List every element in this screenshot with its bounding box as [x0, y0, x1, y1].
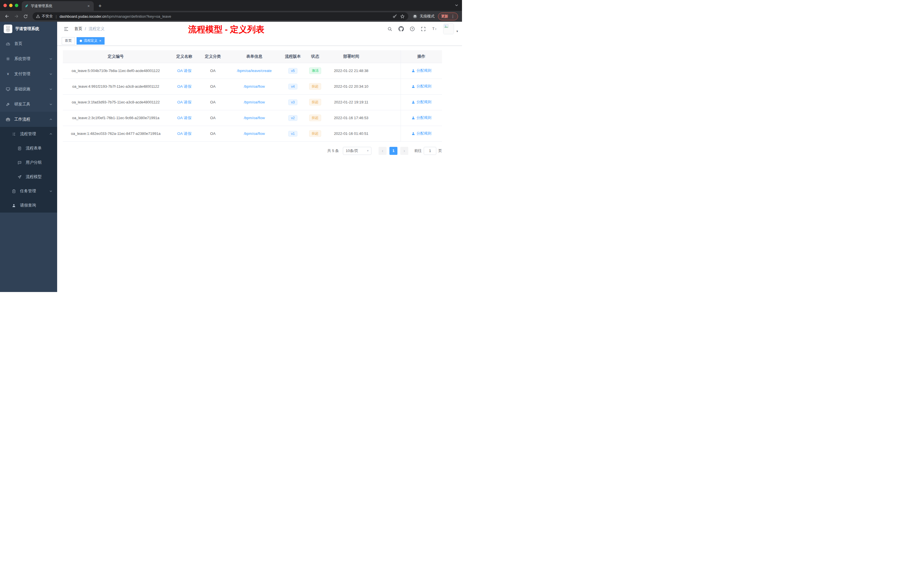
yen-icon: ¥ [6, 72, 10, 76]
address-bar[interactable]: 不安全 | dashboard.yudao.iocoder.cn/bpm/man… [33, 12, 408, 20]
definition-table: 定义编号 定义名称 定义分类 表单信息 流程版本 状态 部署时间 操作 [63, 50, 442, 142]
annotation-text: 流程模型 - 定义列表 [188, 24, 264, 35]
browser-tab[interactable]: 芋道管理系统 × [22, 1, 94, 11]
assign-rule-link[interactable]: 分配规则 [411, 131, 431, 136]
url-text[interactable]: dashboard.yudao.iocoder.cn/bpm/manager/d… [59, 14, 391, 18]
bookmark-star-icon[interactable] [400, 14, 405, 19]
avatar-caret-icon[interactable]: ▾ [456, 30, 458, 33]
definition-name-link[interactable]: OA 请假 [177, 116, 191, 120]
definition-name-link[interactable]: OA 请假 [177, 132, 191, 136]
sidebar-item-process-model[interactable]: 流程模型 [0, 170, 57, 184]
breadcrumb-home-link[interactable]: 首页 [74, 26, 82, 31]
table-row: oa_leave:5:004b710b-7b8a-11ec-8ef0-acde4… [63, 63, 442, 79]
assign-rule-link[interactable]: 分配规则 [411, 68, 431, 73]
tag-home[interactable]: 首页 [62, 37, 75, 45]
sidebar-item-label: 请假查询 [20, 203, 36, 208]
sidebar-item-devtools[interactable]: 研发工具 [0, 97, 57, 112]
definition-name-link[interactable]: OA 请假 [177, 84, 191, 89]
help-icon[interactable]: ? [408, 24, 417, 34]
column-header-form: 表单信息 [226, 50, 283, 63]
sidebar-item-workflow[interactable]: 工作流程 [0, 112, 57, 127]
column-header-status: 状态 [303, 50, 327, 63]
status-badge: 挂起 [309, 130, 321, 137]
sidebar-item-infrastructure[interactable]: 基础设施 [0, 81, 57, 97]
goto-page-input[interactable] [424, 147, 436, 155]
security-label: 不安全 [42, 14, 53, 19]
main-area: 流程模型 - 定义列表 首页 / 流程定义 [57, 22, 462, 292]
chevron-down-icon [49, 72, 53, 76]
browser-menu-icon[interactable]: ⋮ [451, 14, 455, 18]
monitor-icon [6, 87, 10, 91]
form-link[interactable]: /bpm/oa/flow [244, 100, 265, 104]
fullscreen-icon[interactable] [419, 24, 428, 34]
hamburger-icon[interactable] [61, 24, 71, 34]
form-link[interactable]: /bpm/oa/flow [244, 116, 265, 120]
sidebar-item-user-group[interactable]: 用户分组 [0, 155, 57, 170]
page-content: 定义编号 定义名称 定义分类 表单信息 流程版本 状态 部署时间 操作 [57, 46, 462, 292]
svg-text:T: T [435, 28, 437, 31]
form-link[interactable]: /bpm/oa/flow [244, 84, 265, 89]
tab-search-icon[interactable] [455, 3, 459, 7]
wrench-icon [6, 102, 10, 107]
warning-icon [36, 14, 40, 18]
cell-definition-id: oa_leave:5:004b710b-7b8a-11ec-8ef0-acde4… [63, 63, 168, 79]
sidebar-item-payment[interactable]: ¥ 支付管理 [0, 66, 57, 81]
reload-icon[interactable] [21, 12, 30, 21]
form-link[interactable]: /bpm/oa/leave/create [237, 69, 271, 73]
next-page-button[interactable]: › [400, 147, 408, 155]
column-header-name: 定义名称 [168, 50, 200, 63]
version-badge: v4 [288, 84, 298, 89]
pagination: 共 5 条 10条/页 ▾ ‹ 1 › 前往 页 [63, 147, 442, 155]
user-icon [411, 69, 415, 73]
window-zoom-button[interactable] [15, 4, 18, 7]
user-avatar[interactable] [443, 23, 454, 34]
sidebar-item-process-manage[interactable]: 流程管理 [0, 127, 57, 141]
browser-update-button[interactable]: 更新 ⋮ [438, 13, 458, 20]
sidebar-item-label: 流程表单 [26, 146, 42, 151]
form-link[interactable]: /bpm/oa/flow [244, 132, 265, 136]
window-minimize-button[interactable] [9, 4, 13, 7]
cell-definition-id: oa_leave:1:482ec033-762a-11ec-8477-a2380… [63, 126, 168, 142]
tab-close-icon[interactable]: × [86, 4, 91, 8]
chevron-down-icon [49, 87, 53, 91]
sidebar-item-process-form[interactable]: 流程表单 [0, 141, 57, 155]
tag-process-definition[interactable]: 流程定义 × [77, 37, 105, 45]
password-key-icon[interactable] [393, 14, 397, 18]
app-logo[interactable]: 芋道管理系统 [0, 22, 57, 36]
page-size-select[interactable]: 10条/页 ▾ [343, 147, 371, 155]
definition-name-link[interactable]: OA 请假 [177, 100, 191, 104]
search-icon[interactable] [385, 24, 394, 34]
assign-rule-link[interactable]: 分配规则 [411, 84, 431, 89]
assign-rule-link[interactable]: 分配规则 [411, 99, 431, 105]
tag-label: 首页 [65, 38, 72, 43]
prev-page-button[interactable]: ‹ [379, 147, 386, 155]
chevron-down-icon [49, 190, 53, 193]
status-badge: 挂起 [309, 83, 321, 90]
back-icon[interactable] [3, 12, 12, 21]
dashboard-icon [6, 41, 10, 46]
sidebar-item-home[interactable]: 首页 [0, 36, 57, 51]
cell-category: OA [200, 126, 226, 142]
chevron-up-icon [49, 132, 53, 136]
forward-icon[interactable] [12, 12, 21, 21]
window-close-button[interactable] [3, 4, 7, 7]
sidebar-menu: 首页 系统管理 ¥ 支付管理 [0, 36, 57, 213]
github-icon[interactable] [396, 24, 406, 34]
sidebar-item-task-manage[interactable]: 任务管理 [0, 184, 57, 198]
sidebar-item-leave-query[interactable]: 请假查询 [0, 198, 57, 213]
page-number-button[interactable]: 1 [389, 147, 398, 155]
sidebar-item-system[interactable]: 系统管理 [0, 51, 57, 66]
breadcrumb: 首页 / 流程定义 [74, 26, 105, 31]
chevron-down-icon [49, 102, 53, 106]
font-size-icon[interactable]: TT [430, 24, 439, 34]
assign-rule-link[interactable]: 分配规则 [411, 115, 431, 120]
security-chip[interactable]: 不安全 [36, 14, 53, 19]
workflow-submenu: 流程管理 流程表单 用户分组 [0, 127, 57, 213]
table-row: oa_leave:3:1fad3d93-7b75-11ec-a3c8-acde4… [63, 94, 442, 110]
pagination-total: 共 5 条 [327, 148, 339, 153]
chevron-up-icon [49, 118, 53, 121]
column-header-version: 流程版本 [283, 50, 303, 63]
tag-close-icon[interactable]: × [99, 39, 101, 43]
definition-name-link[interactable]: OA 请假 [177, 69, 191, 73]
new-tab-button[interactable]: + [96, 2, 104, 10]
